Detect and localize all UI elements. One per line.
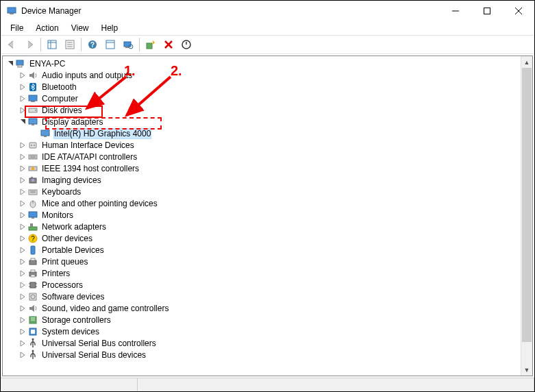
back-button[interactable]: [3, 36, 20, 53]
expand-icon[interactable]: [18, 328, 27, 335]
expand-icon[interactable]: [18, 247, 27, 254]
show-hide-tree-button[interactable]: [44, 36, 60, 53]
expand-icon[interactable]: [18, 293, 27, 300]
vertical-scrollbar[interactable]: ▲ ▼: [521, 56, 532, 376]
tree-item[interactable]: Keyboards: [3, 186, 532, 197]
tree-item[interactable]: Universal Serial Bus controllers: [3, 337, 532, 349]
menu-view[interactable]: View: [66, 23, 95, 34]
tree-item[interactable]: Storage controllers: [3, 314, 532, 326]
expand-icon[interactable]: [18, 177, 27, 184]
tree-item[interactable]: Bluetooth: [3, 81, 532, 93]
tree-item[interactable]: Monitors: [3, 209, 532, 221]
toolbar: ?: [1, 35, 534, 54]
speaker-icon: [27, 70, 38, 81]
maximize-button[interactable]: [471, 1, 503, 21]
tree-label: Monitors: [41, 210, 74, 220]
tree-item[interactable]: Imaging devices: [3, 174, 532, 186]
svg-point-74: [32, 350, 34, 352]
expand-icon[interactable]: [18, 258, 27, 265]
tree-item[interactable]: Universal Serial Bus devices: [3, 349, 532, 360]
tree-label: Computer: [41, 94, 79, 103]
svg-rect-51: [29, 212, 37, 217]
tree-item[interactable]: IDE ATA/ATAPI controllers: [3, 151, 532, 162]
svg-rect-57: [31, 246, 35, 254]
tree-item[interactable]: System devices: [3, 326, 532, 337]
tree-item[interactable]: Audio inputs and outputs: [3, 69, 532, 81]
tree-label: Storage controllers: [41, 315, 112, 325]
svg-rect-33: [41, 130, 49, 136]
help-button[interactable]: ?: [84, 36, 101, 53]
scroll-down-button[interactable]: ▼: [521, 364, 532, 376]
tree-item[interactable]: Processors: [3, 279, 532, 291]
tree-root[interactable]: ENYA-PC: [3, 58, 532, 69]
expand-icon[interactable]: [18, 223, 27, 230]
uninstall-button[interactable]: [160, 36, 177, 53]
expand-icon[interactable]: [18, 142, 27, 149]
expand-icon[interactable]: [18, 200, 27, 207]
tree-item[interactable]: Computer: [3, 93, 532, 104]
expand-icon[interactable]: [18, 84, 27, 90]
svg-point-73: [32, 338, 34, 340]
properties-button[interactable]: [62, 36, 78, 53]
expand-icon[interactable]: [18, 352, 27, 358]
expand-icon[interactable]: [5, 60, 15, 67]
window-title: Device Manager: [21, 6, 440, 16]
device-tree[interactable]: ENYA-PCAudio inputs and outputsBluetooth…: [3, 56, 532, 376]
expand-icon[interactable]: [18, 212, 27, 219]
expand-icon[interactable]: [18, 154, 27, 160]
expand-icon[interactable]: [18, 270, 27, 277]
scan-hardware-button[interactable]: [120, 36, 136, 53]
menu-help[interactable]: Help: [96, 23, 124, 34]
expand-icon[interactable]: [18, 119, 27, 125]
scroll-thumb[interactable]: [522, 68, 532, 342]
tree-item[interactable]: Disk drives: [3, 104, 532, 116]
expand-icon[interactable]: [18, 95, 27, 102]
svg-rect-31: [29, 119, 37, 124]
ide-icon: [27, 151, 38, 162]
tree-label: Universal Serial Bus controllers: [41, 339, 157, 348]
expand-icon[interactable]: [18, 340, 27, 347]
forward-button[interactable]: [21, 36, 38, 53]
expand-icon[interactable]: [18, 165, 27, 172]
tree-item[interactable]: Software devices: [3, 291, 532, 302]
menu-action[interactable]: Action: [30, 23, 64, 34]
svg-rect-0: [8, 8, 16, 13]
expand-icon[interactable]: [18, 107, 27, 114]
tree-item[interactable]: Network adapters: [3, 221, 532, 232]
toolbar-button-5[interactable]: [102, 36, 119, 53]
tree-item[interactable]: Display adapters: [3, 116, 532, 127]
svg-rect-20: [147, 43, 152, 49]
tree-label: Imaging devices: [41, 175, 102, 185]
svg-rect-28: [31, 101, 35, 102]
tree-label: ENYA-PC: [29, 59, 66, 69]
tree-item[interactable]: Print queues: [3, 256, 532, 267]
svg-rect-3: [484, 8, 490, 14]
printer-icon: [27, 268, 38, 279]
scroll-up-button[interactable]: ▲: [521, 56, 532, 68]
tree-item[interactable]: Sound, video and game controllers: [3, 302, 532, 314]
cpu-icon: [27, 280, 38, 291]
expand-icon[interactable]: [18, 235, 27, 242]
expand-icon[interactable]: [18, 305, 27, 312]
tree-item[interactable]: Mice and other pointing devices: [3, 197, 532, 209]
close-button[interactable]: [503, 1, 534, 21]
update-driver-button[interactable]: [142, 36, 159, 53]
tree-label: Keyboards: [41, 187, 82, 197]
minimize-button[interactable]: [440, 1, 471, 21]
tree-item[interactable]: Printers: [3, 267, 532, 279]
tree-label: Portable Devices: [41, 245, 105, 255]
expand-icon[interactable]: [18, 317, 27, 323]
disable-button[interactable]: [178, 36, 195, 53]
svg-rect-62: [31, 275, 35, 277]
expand-icon[interactable]: [18, 188, 27, 195]
tree-item[interactable]: Portable Devices: [3, 244, 532, 256]
tree-item[interactable]: Human Interface Devices: [3, 139, 532, 151]
tree-item[interactable]: ?Other devices: [3, 232, 532, 244]
tree-item[interactable]: IEEE 1394 host controllers: [3, 162, 532, 174]
tree-item[interactable]: Intel(R) HD Graphics 4000: [3, 127, 532, 139]
expand-icon[interactable]: [18, 72, 27, 79]
expand-icon[interactable]: [18, 282, 27, 289]
svg-rect-6: [48, 40, 56, 49]
svg-rect-25: [18, 65, 22, 67]
menu-file[interactable]: File: [5, 23, 29, 34]
